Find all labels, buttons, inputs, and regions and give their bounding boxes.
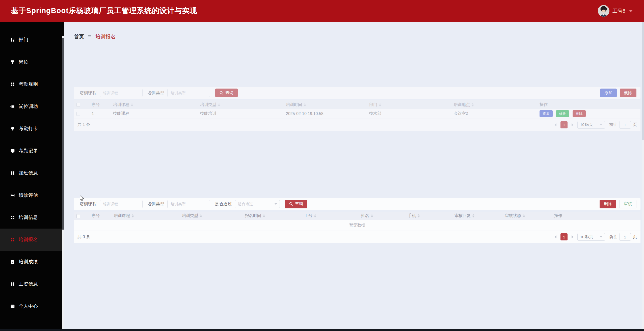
col-index: 序号 bbox=[89, 212, 111, 220]
goto-label: 前往 bbox=[609, 234, 617, 240]
delete-button[interactable]: 删除 bbox=[620, 89, 636, 97]
query-button[interactable]: 查询 bbox=[215, 89, 238, 97]
user-avatar[interactable] bbox=[598, 5, 609, 17]
sort-icon bbox=[218, 103, 220, 106]
breadcrumb-home[interactable]: 首页 bbox=[74, 33, 84, 40]
sidebar-item-post[interactable]: 岗位 bbox=[0, 51, 64, 73]
col-place[interactable]: 培训地点 bbox=[451, 100, 537, 109]
view-button[interactable]: 查看 bbox=[540, 110, 553, 117]
page-number-button[interactable]: 1 bbox=[560, 121, 568, 128]
course-search-input[interactable] bbox=[100, 200, 143, 208]
goto-page-input[interactable] bbox=[619, 233, 631, 241]
edit-button[interactable]: 修改 bbox=[556, 110, 569, 117]
col-type[interactable]: 培训类型 bbox=[179, 212, 243, 220]
sidebar-item-personal-center[interactable]: 个人中心 bbox=[0, 295, 64, 317]
audit-button[interactable]: 审核 bbox=[619, 200, 636, 208]
cell-type: 技能培训 bbox=[198, 109, 283, 119]
grid-icon bbox=[10, 282, 15, 287]
sort-icon bbox=[371, 214, 373, 217]
film-icon bbox=[10, 193, 15, 198]
col-name[interactable]: 姓名 bbox=[359, 212, 405, 220]
sidebar-item-attendance-rules[interactable]: 考勤规则 bbox=[0, 73, 64, 95]
cell-course: 技能课程 bbox=[111, 109, 198, 119]
cell-actions: 查看 修改 删除 bbox=[537, 109, 640, 119]
col-signup-time[interactable]: 报名时间 bbox=[243, 212, 302, 220]
query-button[interactable]: 查询 bbox=[285, 200, 307, 208]
sort-icon bbox=[418, 214, 420, 217]
page-size-select[interactable]: 10条/页 bbox=[577, 121, 605, 129]
col-actions: 操作 bbox=[537, 100, 640, 109]
breadcrumb: 首页 培训报名 bbox=[74, 33, 640, 40]
col-audit-status[interactable]: 审核状态 bbox=[502, 212, 552, 220]
caret-down-icon bbox=[629, 10, 633, 12]
col-audit-reply[interactable]: 审核回复 bbox=[452, 212, 502, 220]
delete-button[interactable]: 删除 bbox=[600, 200, 616, 208]
sidebar-scrollbar[interactable] bbox=[62, 36, 64, 329]
sidebar-item-label: 培训报名 bbox=[19, 236, 38, 243]
goto-page-input[interactable] bbox=[619, 121, 631, 129]
row-delete-button[interactable]: 删除 bbox=[573, 110, 586, 117]
sidebar-item-training-scores[interactable]: 培训成绩 bbox=[0, 251, 64, 273]
sort-icon bbox=[263, 214, 265, 217]
col-job-no[interactable]: 工号 bbox=[302, 212, 359, 220]
col-course[interactable]: 培训课程 bbox=[111, 100, 198, 109]
sidebar-item-label: 岗位调动 bbox=[19, 103, 38, 110]
select-all-checkbox[interactable] bbox=[76, 103, 80, 107]
top-header: 基于SpringBoot乐杨玻璃厂员工管理系统的设计与实现 工号8 bbox=[0, 0, 644, 22]
main-scrollbar-thumb[interactable] bbox=[642, 22, 644, 140]
select-all-checkbox[interactable] bbox=[76, 214, 80, 218]
sidebar-item-label: 培训成绩 bbox=[19, 259, 38, 265]
sidebar-item-attendance-clock[interactable]: 考勤打卡 bbox=[0, 118, 64, 140]
col-index: 序号 bbox=[89, 100, 111, 109]
col-time[interactable]: 培训时间 bbox=[283, 100, 367, 109]
sidebar-item-label: 工资信息 bbox=[19, 281, 38, 287]
sidebar-item-label: 绩效评估 bbox=[19, 192, 38, 199]
prev-page-icon[interactable] bbox=[555, 235, 556, 238]
type-search-input[interactable] bbox=[167, 89, 210, 97]
course-search-input[interactable] bbox=[100, 89, 143, 97]
grid-icon bbox=[10, 171, 15, 176]
page-unit: 页 bbox=[633, 234, 637, 240]
course-label: 培训课程 bbox=[79, 201, 97, 207]
sidebar-item-post-transfer[interactable]: 岗位调动 bbox=[0, 95, 64, 118]
sidebar-item-label: 部门 bbox=[19, 37, 28, 43]
col-course[interactable]: 培训课程 bbox=[111, 212, 179, 220]
clipboard-icon bbox=[10, 260, 15, 264]
sidebar-item-overtime-info[interactable]: 加班信息 bbox=[0, 162, 64, 184]
cell-place: 会议室2 bbox=[451, 109, 537, 119]
main-scrollbar[interactable] bbox=[642, 22, 644, 329]
grid-icon bbox=[10, 82, 15, 87]
page-number-button[interactable]: 1 bbox=[560, 233, 568, 240]
user-name[interactable]: 工号8 bbox=[612, 8, 625, 14]
col-phone[interactable]: 手机 bbox=[405, 212, 452, 220]
bulb-icon bbox=[10, 126, 15, 131]
sidebar-item-attendance-records[interactable]: 考勤记录 bbox=[0, 140, 64, 162]
page-size-select[interactable]: 10条/页 bbox=[577, 233, 605, 241]
sidebar-item-salary-info[interactable]: 工资信息 bbox=[0, 273, 64, 295]
col-dept[interactable]: 部门 bbox=[367, 100, 451, 109]
next-page-icon[interactable] bbox=[572, 235, 573, 238]
grid-icon bbox=[10, 237, 15, 242]
notebook-icon bbox=[10, 38, 15, 42]
add-button[interactable]: 添加 bbox=[600, 89, 617, 97]
pass-select[interactable]: 是否通过 bbox=[235, 200, 280, 208]
sidebar-item-department[interactable]: 部门 bbox=[0, 29, 64, 51]
type-search-input[interactable] bbox=[167, 200, 210, 208]
sort-icon bbox=[304, 103, 306, 106]
sidebar-scrollbar-thumb[interactable] bbox=[62, 38, 64, 230]
empty-text: 暂无数据 bbox=[74, 220, 640, 231]
sidebar-item-training-signup[interactable]: 培训报名 bbox=[0, 229, 64, 251]
col-type[interactable]: 培训类型 bbox=[198, 100, 283, 109]
sidebar-item-label: 培训信息 bbox=[19, 214, 38, 221]
sidebar-item-training-info[interactable]: 培训信息 bbox=[0, 206, 64, 229]
col-actions: 操作 bbox=[552, 212, 640, 220]
bottom-edge-bar bbox=[0, 329, 644, 331]
user-menu[interactable]: 工号8 bbox=[598, 5, 633, 17]
goto-label: 前往 bbox=[609, 122, 617, 127]
row-checkbox[interactable] bbox=[76, 112, 80, 116]
next-page-icon[interactable] bbox=[572, 123, 573, 126]
prev-page-icon[interactable] bbox=[555, 123, 556, 126]
sidebar-item-performance-eval[interactable]: 绩效评估 bbox=[0, 184, 64, 206]
chevron-down-icon bbox=[275, 203, 277, 205]
type-label: 培训类型 bbox=[147, 201, 164, 207]
